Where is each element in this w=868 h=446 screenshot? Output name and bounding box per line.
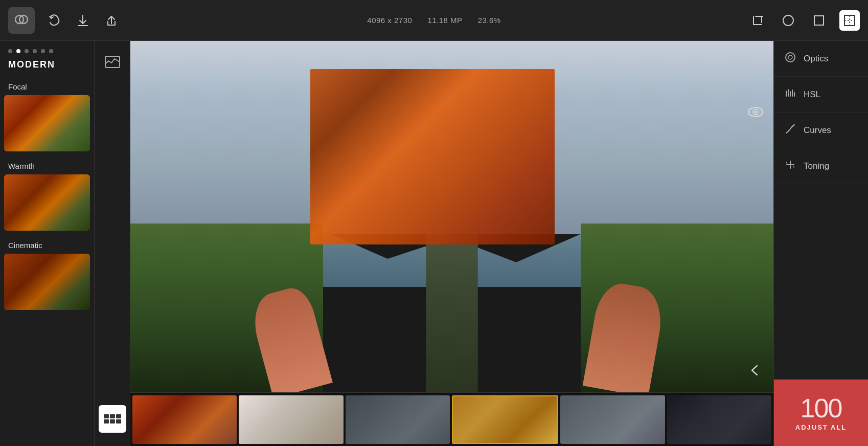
dot-4[interactable] [33,49,37,53]
crop-icon [750,13,765,28]
svg-point-18 [786,53,795,62]
filter-section-warmth: Warmth [0,155,94,235]
adjust-all-button[interactable]: 100 ADJUST ALL [774,380,868,446]
crop-tool-button[interactable] [747,10,768,31]
menu-item-optics[interactable]: Optics [774,41,868,77]
menu-item-toning[interactable]: Toning [774,148,868,184]
optics-icon [784,51,796,66]
strip-thumb-1 [132,395,237,444]
share-icon [104,13,119,28]
image-adjust-button[interactable] [100,49,125,75]
toning-icon [784,159,796,173]
center-area [130,41,773,446]
strip-thumb-2 [239,395,343,444]
bottom-filmstrip [130,392,773,446]
strip-item-5[interactable] [560,395,665,444]
filter-label-cinematic: Cinematic [4,239,90,254]
toning-label: Toning [804,161,829,171]
dot-3[interactable] [25,49,29,53]
app-logo-button[interactable] [8,7,35,34]
filter-section-cinematic: Cinematic [0,235,94,314]
filter-thumb-cinematic-inner [4,254,90,310]
share-button[interactable] [102,11,121,30]
filter-label-focal: Focal [4,80,90,95]
image-megapixels: 11.18 MP [427,16,462,25]
selection-icon [842,13,857,28]
strip-item-2[interactable] [239,395,343,444]
strip-thumb-4 [453,396,557,443]
svg-point-9 [783,15,793,26]
filter-thumb-cinematic[interactable] [4,254,90,310]
dot-1[interactable] [8,49,12,53]
eye-button[interactable] [746,102,765,124]
circle-exposure-button[interactable] [778,10,798,31]
top-bar-left [8,7,121,34]
back-button[interactable] [746,361,765,382]
menu-item-curves[interactable]: Curves [774,113,868,148]
main-image[interactable] [130,41,773,392]
optics-label: Optics [804,54,828,64]
dot-5[interactable] [41,49,45,53]
svg-rect-10 [814,16,824,25]
filter-label-warmth: Warmth [4,160,90,174]
image-dimensions: 4096 x 2730 [367,16,412,25]
hsl-icon [784,87,796,102]
strip-item-4[interactable] [452,395,558,444]
adjust-all-label: ADJUST ALL [795,423,847,431]
sidebar-mode-title: MODERN [0,57,94,76]
circle-exposure-icon [781,13,795,28]
left-sidebar: MODERN Focal Warmth Cinematic [0,41,95,446]
undo-button[interactable] [45,11,63,30]
curves-icon [784,123,796,138]
strip-item-6[interactable] [667,395,771,444]
orange-filter-overlay [310,69,555,245]
strip-item-1[interactable] [132,395,237,444]
eye-icon [746,102,765,122]
optics-svg [784,51,796,63]
download-icon [76,13,90,28]
toning-svg [784,159,796,171]
square-mask-icon [812,13,826,28]
filmstrip-grid-icon [101,411,124,427]
image-adjust-icon [103,53,122,71]
filter-thumb-focal[interactable] [4,95,90,151]
hsl-svg [784,87,796,99]
sidebar-pagination-dots [0,41,94,57]
hsl-label: HSL [804,90,820,100]
right-sidebar: Optics HSL [773,41,868,446]
top-bar: 4096 x 2730 11.18 MP 23.6% [0,0,868,41]
selection-tool-button[interactable] [839,10,860,31]
square-mask-button[interactable] [809,10,829,31]
filter-section-focal: Focal [0,76,94,155]
download-button[interactable] [74,11,92,30]
adjust-all-value: 100 [801,395,842,421]
strip-thumb-3 [346,395,450,444]
path-layer [426,234,478,392]
svg-point-17 [755,111,757,113]
strip-item-3[interactable] [346,395,450,444]
right-menu: Optics HSL [774,41,868,380]
filter-thumb-focal-inner [4,95,90,151]
top-bar-right [747,10,860,31]
dot-2[interactable] [16,49,20,53]
curves-svg [784,123,796,135]
filter-thumb-warmth-inner [4,174,90,231]
main-content: MODERN Focal Warmth Cinematic [0,41,868,446]
svg-point-19 [788,55,792,59]
app-logo-icon [13,12,30,29]
image-zoom: 23.6% [478,16,501,25]
undo-icon [47,13,61,28]
curves-label: Curves [804,125,831,136]
menu-item-hsl[interactable]: HSL [774,77,868,113]
second-column [95,41,130,446]
image-info: 4096 x 2730 11.18 MP 23.6% [121,16,747,25]
strip-thumb-6 [667,395,771,444]
back-arrow-icon [746,361,765,380]
strip-thumb-5 [560,395,665,444]
filmstrip-button[interactable] [99,405,126,433]
dot-6[interactable] [49,49,53,53]
filter-thumb-warmth[interactable] [4,174,90,231]
